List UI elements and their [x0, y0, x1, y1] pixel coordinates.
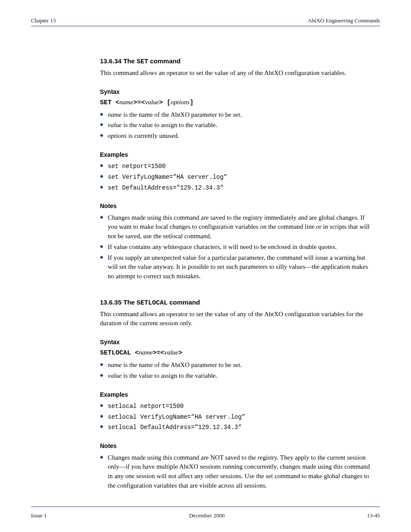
arg-name: name: [108, 361, 122, 368]
list-item: name is the name of the AbtXO parameter …: [100, 361, 371, 370]
list-item: setlocal netport=1500: [100, 401, 371, 411]
sec2-syn-cmd: SETLOCAL <: [100, 349, 139, 357]
arg-text: is the name of the AbtXO parameter to be…: [122, 111, 242, 118]
sec1-arg-list: name is the name of the AbtXO parameter …: [100, 110, 371, 141]
arg-text: is the name of the AbtXO parameter to be…: [122, 361, 242, 368]
sec2-arg-list: name is the name of the AbtXO parameter …: [100, 361, 371, 381]
page-footer: Issue 1 December 2000 13-45: [31, 512, 380, 519]
example-code: setlocal VerifyLogName="HA server.log": [108, 414, 245, 420]
list-item: setlocal VerifyLogName="HA server.log": [100, 412, 371, 422]
list-item: set DefaultAddress="129.12.34.3": [100, 183, 371, 193]
sec1-syn-m1: >=<: [134, 99, 145, 106]
sec1-syn-p1: name: [119, 99, 134, 106]
list-item: name is the name of the AbtXO parameter …: [100, 110, 371, 120]
note-text: If you supply an unexpected value for a …: [108, 254, 368, 280]
note-text: Changes made using this command are NOT …: [108, 454, 370, 489]
sec2-syn-p2: value: [165, 349, 178, 356]
list-item: set VerifyLogName="HA server.log": [100, 172, 371, 182]
sec1-notes-label: Notes: [100, 202, 371, 210]
sec1-syntax: SET <name>=<value> [options]: [100, 98, 371, 108]
footer-left: Issue 1: [31, 512, 47, 519]
sec1-desc: This command allows an operator to set t…: [100, 68, 371, 78]
page-header: Chapter 13 AbtXO Engineering Commands: [31, 17, 380, 24]
list-item: If value contains any whitespace charact…: [100, 243, 371, 252]
sec2-heading: 13.6.35 The SETLOCAL command: [100, 298, 371, 308]
sec1-syn-cmd: SET <: [100, 99, 119, 106]
example-code: set netport=1500: [108, 163, 165, 170]
sec1-prefix: 13.6.34 The: [100, 57, 137, 65]
example-code: setlocal netport=1500: [108, 403, 184, 410]
sec2-notes-label: Notes: [100, 442, 371, 450]
footer-center: December 2000: [189, 512, 225, 519]
sec2-syn-p1: name: [139, 349, 153, 356]
sec1-heading: 13.6.34 The SET command: [100, 56, 371, 67]
header-right: AbtXO Engineering Commands: [308, 17, 380, 24]
sec2-syn-end: >: [178, 349, 182, 357]
list-item: value is the value to assign to the vari…: [100, 121, 371, 130]
footer-right: 13-45: [367, 512, 380, 519]
list-item: Changes made using this command are save…: [100, 213, 371, 241]
list-item: value is the value to assign to the vari…: [100, 371, 371, 381]
sec2-desc: This command allows an operator to set t…: [100, 310, 371, 329]
arg-name: name: [108, 111, 122, 118]
list-item: Changes made using this command are NOT …: [100, 453, 371, 491]
sec2-suffix: command: [168, 299, 200, 306]
header-left: Chapter 13: [31, 17, 56, 24]
sec2-cmd: SETLOCAL: [137, 299, 168, 307]
sec1-notes-list: Changes made using this command are save…: [100, 213, 371, 281]
example-code: set VerifyLogName="HA server.log": [108, 174, 227, 180]
list-item: set netport=1500: [100, 162, 371, 171]
sec2-syntax-label: Syntax: [100, 338, 371, 346]
sec2-notes-list: Changes made using this command are NOT …: [100, 453, 371, 491]
sec2-examples-label: Examples: [100, 390, 371, 399]
example-code: set DefaultAddress="129.12.34.3": [108, 184, 224, 191]
sec1-syn-m2: > [: [159, 99, 171, 106]
sec2-prefix: 13.6.35 The: [100, 299, 137, 306]
arg-text: is the value to assign to the variable.: [121, 121, 217, 128]
header-rule: [31, 26, 380, 26]
example-code: setlocal DefaultAddress="129.12.34.3": [108, 424, 242, 431]
sec1-suffix: command: [148, 57, 181, 65]
list-item: If you supply an unexpected value for a …: [100, 253, 371, 281]
page: Chapter 13 AbtXO Engineering Commands 13…: [0, 0, 411, 532]
sec1-syntax-label: Syntax: [100, 87, 371, 96]
sec2-syntax: SETLOCAL <name>=<value>: [100, 348, 371, 358]
arg-name: options: [108, 132, 127, 139]
sec2-examples-list: setlocal netport=1500 setlocal VerifyLog…: [100, 401, 371, 432]
sec1-examples-label: Examples: [100, 150, 371, 159]
arg-name: value: [108, 372, 121, 379]
arg-text: is the value to assign to the variable.: [121, 372, 217, 379]
note-text: Changes made using this command are save…: [108, 214, 370, 240]
sec1-syn-p3: options: [171, 99, 190, 106]
arg-text: is currently unused.: [127, 132, 179, 139]
sec1-syn-p2: value: [145, 99, 159, 106]
sec1-syn-end: ]: [190, 99, 193, 106]
footer-rule: [31, 507, 380, 507]
list-item: setlocal DefaultAddress="129.12.34.3": [100, 423, 371, 432]
arg-name: value: [108, 121, 121, 128]
sec1-examples-list: set netport=1500 set VerifyLogName="HA s…: [100, 162, 371, 192]
content-area: 13.6.34 The SET command This command all…: [100, 56, 371, 491]
list-item: options is currently unused.: [100, 131, 371, 141]
note-text: If value contains any whitespace charact…: [108, 243, 336, 250]
sec1-cmd: SET: [137, 58, 148, 65]
sec2-syn-m1: >=<: [153, 349, 165, 357]
